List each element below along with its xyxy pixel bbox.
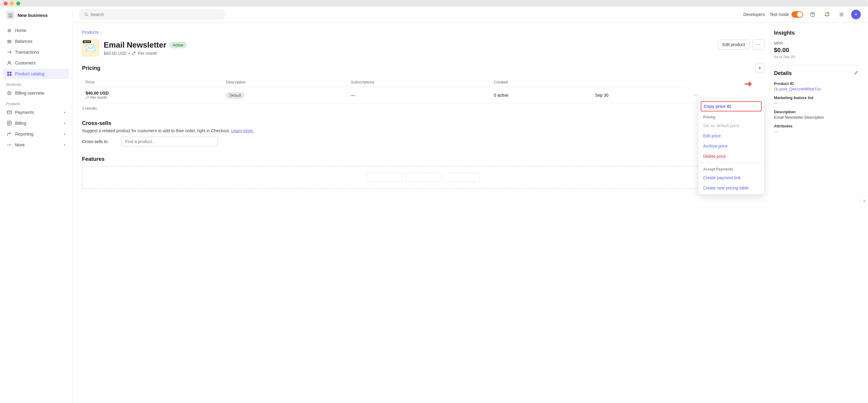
details-header: Details <box>774 70 858 76</box>
learn-more-link[interactable]: Learn more. <box>231 128 254 133</box>
price-badge-cell: Default <box>222 87 347 104</box>
minimize-button[interactable] <box>10 1 14 5</box>
expand-sidebar-button[interactable] <box>861 196 868 207</box>
more-icon <box>7 142 12 147</box>
window-chrome <box>0 0 868 7</box>
breadcrumb-products-link[interactable]: Products <box>82 30 98 35</box>
recurring-icon <box>132 51 136 56</box>
product-price: $40.00 USD <box>104 51 127 56</box>
cross-sells-field: Cross-sells to <box>82 137 764 146</box>
create-pricing-table-item[interactable]: Create new pricing table <box>698 183 764 193</box>
product-id-label: Product ID <box>774 81 858 86</box>
description-label: Description <box>774 110 858 114</box>
test-mode-label: Test mode <box>770 12 789 17</box>
pricing-section-dropdown-label: Pricing <box>698 112 764 121</box>
sidebar: 🏢 New business ⊞ Home Balances Transacti… <box>0 0 72 403</box>
breadcrumb-separator: › <box>100 30 101 34</box>
price-interval-text: Per month <box>90 96 107 100</box>
svg-point-3 <box>8 61 10 63</box>
search-input[interactable] <box>90 12 220 17</box>
cross-sells-input[interactable] <box>121 137 218 146</box>
sidebar-item-payments[interactable]: Payments ▾ <box>3 107 69 117</box>
chevron-down-icon: ▾ <box>64 122 65 125</box>
close-button[interactable] <box>4 1 7 5</box>
edit-price-item[interactable]: Edit price <box>698 131 764 141</box>
sidebar-item-label: Reporting <box>15 132 33 136</box>
svg-rect-7 <box>10 74 11 76</box>
test-mode-switch[interactable] <box>792 11 803 18</box>
sidebar-item-label: Billing overview <box>15 91 44 96</box>
help-button[interactable] <box>808 10 817 19</box>
sidebar-item-billing[interactable]: Billing ▾ <box>3 118 69 128</box>
delete-price-item[interactable]: Delete price <box>698 151 764 162</box>
features-placeholder <box>82 166 764 189</box>
product-interval: Per month <box>138 51 157 56</box>
pricing-title: Pricing <box>82 65 100 71</box>
sidebar-item-home[interactable]: ⊞ Home <box>3 25 69 36</box>
billing-icon <box>7 121 12 126</box>
sidebar-item-more[interactable]: More ▾ <box>3 140 69 150</box>
settings-button[interactable] <box>837 10 846 19</box>
customers-icon <box>7 60 12 66</box>
topbar-actions: Developers Test mode + <box>744 10 861 19</box>
content-area: Products › NESW ✉️ Email Newsletter Acti… <box>72 23 868 403</box>
create-payment-link-item[interactable]: Create payment link <box>698 173 764 183</box>
product-details: Email Newsletter Active $40.00 USD • Per… <box>104 40 187 56</box>
product-id-link[interactable]: prod_QwUzrikMRpkTuo <box>779 87 821 91</box>
svg-point-13 <box>9 144 10 145</box>
sidebar-item-customers[interactable]: Customers <box>3 58 69 68</box>
cross-sells-description: Suggest a related product for customers … <box>82 128 764 133</box>
sidebar-item-transactions[interactable]: Transactions <box>3 47 69 57</box>
price-more-button[interactable]: ··· <box>691 91 700 99</box>
sidebar-item-label: Product catalog <box>15 71 44 76</box>
created-cell: Sep 30 <box>591 87 687 104</box>
table-row: $40.00 USD Per month Default — 0 active <box>82 87 764 104</box>
sidebar-item-label: Transactions <box>15 50 39 55</box>
price-interval: Per month <box>86 96 219 100</box>
marketing-feature-value: — <box>774 101 858 105</box>
maximize-button[interactable] <box>16 1 20 5</box>
archive-price-item[interactable]: Archive price <box>698 141 764 151</box>
sidebar-item-product-catalog[interactable]: Product catalog <box>3 69 69 79</box>
copy-price-id-item[interactable]: Copy price ID <box>701 101 762 111</box>
chevron-down-icon: ▾ <box>64 133 65 136</box>
product-header: NESW ✉️ Email Newsletter Active $40.00 U… <box>82 39 764 56</box>
gear-icon <box>839 12 844 17</box>
attributes-row: Attributes — <box>774 124 858 134</box>
sidebar-item-label: More <box>15 142 25 147</box>
sidebar-nav: ⊞ Home Balances Transactions Customers <box>0 25 72 79</box>
breadcrumb: Products › <box>82 30 764 35</box>
question-icon <box>810 12 815 17</box>
svg-rect-4 <box>7 72 9 73</box>
accept-payments-label: Accept Payments <box>698 164 764 173</box>
sidebar-item-balances[interactable]: Balances <box>3 36 69 46</box>
add-button[interactable]: + <box>851 10 861 19</box>
edit-product-button[interactable]: Edit product <box>718 40 749 49</box>
svg-point-14 <box>10 144 11 145</box>
shortcuts-nav: Billing overview <box>0 88 72 98</box>
brand: 🏢 New business <box>0 7 72 25</box>
search-bar[interactable] <box>80 10 224 19</box>
product-more-button[interactable]: ··· <box>752 39 764 50</box>
default-badge: Default <box>226 93 244 99</box>
sidebar-item-label: Customers <box>15 61 36 65</box>
transactions-icon <box>7 49 12 55</box>
cross-sells-section: Cross-sells Suggest a related product fo… <box>82 120 764 146</box>
sidebar-item-billing-overview[interactable]: Billing overview <box>3 88 69 98</box>
svg-rect-6 <box>7 74 9 76</box>
developers-button[interactable]: Developers <box>744 12 765 17</box>
col-actions <box>591 77 687 87</box>
notifications-button[interactable] <box>822 10 832 19</box>
product-id-row: Product ID prod_QwUzrikMRpkTuo <box>774 81 858 91</box>
product-emoji: ✉️ <box>85 43 96 53</box>
product-icon: NESW ✉️ <box>82 39 99 56</box>
expand-icon <box>863 199 866 204</box>
add-price-button[interactable]: + <box>755 64 764 73</box>
set-default-item: Set as default price <box>698 121 764 131</box>
edit-details-button[interactable] <box>854 70 858 76</box>
product-actions: Edit product ··· <box>718 39 764 50</box>
marketing-feature-label: Marketing feature list <box>774 96 858 100</box>
price-amount: $40.00 USD <box>86 91 219 96</box>
svg-rect-10 <box>7 111 11 114</box>
sidebar-item-reporting[interactable]: Reporting ▾ <box>3 129 69 139</box>
